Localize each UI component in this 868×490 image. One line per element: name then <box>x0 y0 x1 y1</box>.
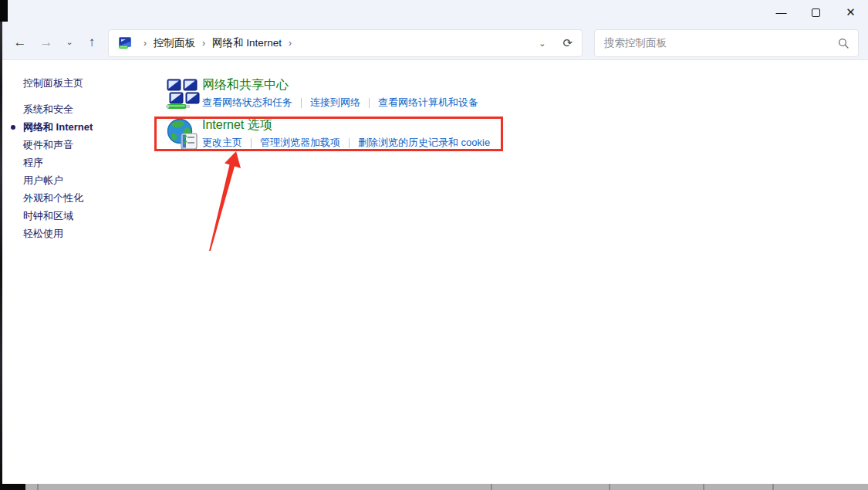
category-title-internet-options[interactable]: Internet 选项 <box>202 117 490 133</box>
maximize-icon <box>812 8 820 17</box>
sidebar-item-programs[interactable]: 程序 <box>23 154 150 171</box>
control-panel-icon <box>118 37 132 49</box>
sidebar-item-user-accounts[interactable]: 用户帐户 <box>23 171 150 189</box>
link-change-homepage[interactable]: 更改主页 <box>202 136 242 150</box>
highlight-arrow <box>0 0 868 490</box>
sidebar-item-network-internet[interactable]: 网络和 Internet <box>23 118 150 136</box>
link-separator <box>369 98 370 108</box>
breadcrumb-control-panel[interactable]: 控制面板 <box>154 36 195 50</box>
search-placeholder: 搜索控制面板 <box>604 36 838 50</box>
background-window-sliver-left <box>0 0 2 484</box>
titlebar <box>2 0 868 25</box>
maximize-button[interactable] <box>799 0 833 25</box>
background-window-sliver-bottom <box>0 484 868 490</box>
link-view-network-computers[interactable]: 查看网络计算机和设备 <box>378 96 478 110</box>
bottom-sliver-divider <box>609 484 610 490</box>
control-panel-window: — ✕ ← → ⌄ ↑ › 控制面板 › 网络和 Internet › ⌄ ⟳ … <box>0 0 868 490</box>
up-button[interactable]: ↑ <box>79 35 104 50</box>
search-icon[interactable] <box>838 38 849 49</box>
sidebar-item-hardware-sound[interactable]: 硬件和声音 <box>23 136 150 154</box>
sidebar-item-system-security[interactable]: 系统和安全 <box>23 100 150 118</box>
refresh-icon[interactable]: ⟳ <box>562 36 572 50</box>
breadcrumb-chevron: › <box>144 38 147 49</box>
link-separator <box>251 138 252 148</box>
breadcrumb-network-internet[interactable]: 网络和 Internet <box>212 36 282 50</box>
link-view-network-status[interactable]: 查看网络状态和任务 <box>202 96 292 110</box>
forward-button[interactable]: → <box>33 35 59 50</box>
link-manage-browser-addons[interactable]: 管理浏览器加载项 <box>260 136 340 150</box>
bottom-sliver-divider <box>491 484 492 490</box>
address-bar[interactable]: › 控制面板 › 网络和 Internet › ⌄ ⟳ <box>108 29 583 57</box>
link-delete-history-cookies[interactable]: 删除浏览的历史记录和 cookie <box>358 136 490 150</box>
search-box[interactable]: 搜索控制面板 <box>594 29 859 57</box>
category-title-network-sharing[interactable]: 网络和共享中心 <box>202 77 478 93</box>
window-controls: — ✕ <box>764 0 868 25</box>
globe-checklist-icon <box>166 118 198 150</box>
recent-pages-dropdown[interactable]: ⌄ <box>59 37 79 47</box>
category-internet-options: Internet 选项 更改主页 管理浏览器加载项 删除浏览的历史记录和 coo… <box>166 116 490 150</box>
bottom-sliver-divider <box>37 484 39 490</box>
category-network-sharing-center: 网络和共享中心 查看网络状态和任务 连接到网络 查看网络计算机和设备 <box>166 77 478 110</box>
sidebar: 控制面板主页 系统和安全 网络和 Internet 硬件和声音 程序 用户帐户 … <box>23 75 150 242</box>
bottom-sliver-dark-segment <box>0 484 25 490</box>
network-computers-icon <box>166 78 200 110</box>
sidebar-item-appearance[interactable]: 外观和个性化 <box>23 189 150 207</box>
breadcrumb-chevron: › <box>289 38 292 49</box>
back-button[interactable]: ← <box>7 35 33 50</box>
sidebar-item-clock-region[interactable]: 时钟和区域 <box>23 207 150 225</box>
bottom-sliver-divider <box>703 484 704 490</box>
sidebar-item-ease-of-access[interactable]: 轻松使用 <box>23 225 150 242</box>
link-separator <box>349 138 350 148</box>
close-button[interactable]: ✕ <box>833 0 868 25</box>
background-window-corner <box>0 0 8 22</box>
bottom-sliver-divider <box>772 484 774 490</box>
breadcrumb-chevron: › <box>202 38 205 49</box>
link-connect-to-network[interactable]: 连接到网络 <box>310 96 360 110</box>
minimize-button[interactable]: — <box>764 0 799 25</box>
address-dropdown-icon[interactable]: ⌄ <box>539 39 545 49</box>
link-separator <box>301 98 302 108</box>
sidebar-item-home[interactable]: 控制面板主页 <box>23 75 150 91</box>
